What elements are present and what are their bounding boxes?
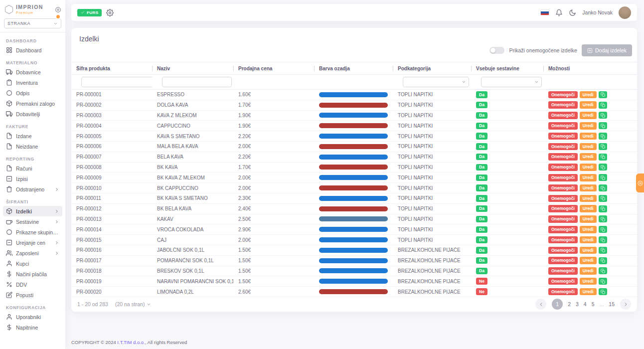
menu-collapse-toggle-icon[interactable] bbox=[55, 6, 61, 13]
disable-button[interactable]: Onemogoči bbox=[548, 278, 578, 285]
page-button-3[interactable]: 3 bbox=[576, 301, 579, 307]
duplicate-button[interactable] bbox=[599, 195, 607, 202]
edit-button[interactable]: Uredi bbox=[580, 278, 597, 285]
edit-button[interactable]: Uredi bbox=[580, 257, 597, 264]
sidebar-item-odpis[interactable]: Odpis bbox=[3, 88, 62, 98]
disable-button[interactable]: Onemogoči bbox=[548, 236, 578, 244]
duplicate-button[interactable] bbox=[599, 112, 607, 119]
duplicate-button[interactable] bbox=[599, 154, 607, 161]
filter-code-input[interactable] bbox=[81, 77, 152, 87]
disable-button[interactable]: Onemogoči bbox=[548, 257, 578, 264]
disable-button[interactable]: Onemogoči bbox=[548, 153, 578, 161]
edit-button[interactable]: Uredi bbox=[580, 133, 597, 140]
duplicate-button[interactable] bbox=[599, 226, 607, 233]
duplicate-button[interactable] bbox=[599, 257, 607, 264]
disable-button[interactable]: Onemogoči bbox=[548, 247, 578, 254]
disable-button[interactable]: Onemogoči bbox=[548, 205, 578, 212]
edit-button[interactable]: Uredi bbox=[580, 101, 597, 109]
sidebar-item-ddv[interactable]: DDV bbox=[3, 279, 62, 290]
prev-page-button[interactable] bbox=[535, 299, 546, 310]
user-name[interactable]: Janko Novak bbox=[582, 9, 613, 15]
sidebar-item-sestavine[interactable]: Sestavine bbox=[3, 216, 62, 227]
edit-button[interactable]: Uredi bbox=[580, 184, 597, 192]
disable-button[interactable]: Onemogoči bbox=[548, 122, 578, 130]
edit-button[interactable]: Uredi bbox=[580, 112, 597, 119]
notifications-bell-icon[interactable] bbox=[555, 9, 563, 16]
disable-button[interactable]: Onemogoči bbox=[548, 267, 578, 275]
sidebar-item-izpisi[interactable]: Izpisi bbox=[3, 174, 62, 184]
disable-button[interactable]: Onemogoči bbox=[548, 174, 578, 181]
duplicate-button[interactable] bbox=[599, 133, 607, 140]
sidebar-item-izdane[interactable]: Izdane bbox=[3, 131, 62, 141]
duplicate-button[interactable] bbox=[599, 143, 607, 150]
column-header-ifra-produkta[interactable]: Šifra produkta bbox=[71, 66, 152, 71]
dark-mode-moon-icon[interactable] bbox=[569, 9, 576, 16]
show-disabled-toggle[interactable] bbox=[489, 47, 504, 54]
disable-button[interactable]: Onemogoči bbox=[548, 288, 578, 296]
edit-button[interactable]: Uredi bbox=[580, 91, 597, 99]
filter-subcategory-select[interactable] bbox=[403, 77, 469, 87]
sidebar-item-dobavnice[interactable]: Dobavnice bbox=[3, 67, 62, 77]
sidebar-item-odstranjeno[interactable]: Odstranjeno bbox=[3, 184, 62, 194]
duplicate-button[interactable] bbox=[599, 122, 607, 129]
sidebar-item-dobavitelji[interactable]: Dobavitelji bbox=[3, 109, 62, 119]
sidebar-item-urejanje-cen[interactable]: Urejanje cen bbox=[3, 237, 62, 248]
sidebar-item-kupci[interactable]: Kupci bbox=[3, 258, 62, 269]
add-product-button[interactable]: Dodaj izdelek bbox=[582, 44, 632, 56]
sidebar-item-neizdane[interactable]: Neizdane bbox=[3, 141, 62, 152]
disable-button[interactable]: Onemogoči bbox=[548, 215, 578, 223]
sidebar-item-inventura[interactable]: Inventura bbox=[3, 77, 62, 88]
disable-button[interactable]: Onemogoči bbox=[548, 112, 578, 119]
sidebar-item-popusti[interactable]: Popusti bbox=[3, 290, 62, 300]
page-button-15[interactable]: 15 bbox=[609, 301, 615, 307]
duplicate-button[interactable] bbox=[599, 174, 607, 181]
column-header-naziv[interactable]: Naziv bbox=[152, 66, 233, 71]
edit-button[interactable]: Uredi bbox=[580, 205, 597, 212]
disable-button[interactable]: Onemogoči bbox=[548, 101, 578, 109]
edit-button[interactable]: Uredi bbox=[580, 288, 597, 296]
disable-button[interactable]: Onemogoči bbox=[548, 226, 578, 233]
filter-name-input[interactable] bbox=[162, 77, 232, 87]
duplicate-button[interactable] bbox=[599, 278, 607, 285]
sidebar-item-premakni-zalogo[interactable]: Premakni zalogo bbox=[3, 98, 62, 109]
edit-button[interactable]: Uredi bbox=[580, 122, 597, 130]
edit-button[interactable]: Uredi bbox=[580, 267, 597, 275]
duplicate-button[interactable] bbox=[599, 205, 607, 212]
duplicate-button[interactable] bbox=[599, 184, 607, 191]
sidebar-item-uporabniki[interactable]: Uporabniki bbox=[3, 312, 62, 322]
disable-button[interactable]: Onemogoči bbox=[548, 184, 578, 192]
page-button-2[interactable]: 2 bbox=[568, 301, 571, 307]
column-header-mo-nosti[interactable]: Možnosti bbox=[543, 66, 637, 71]
disable-button[interactable]: Onemogoči bbox=[548, 133, 578, 140]
sidebar-item-napitnine[interactable]: Napitnine bbox=[3, 322, 62, 333]
column-header-barva-ozadja[interactable]: Barva ozadja bbox=[314, 66, 393, 71]
edit-button[interactable]: Uredi bbox=[580, 174, 597, 181]
duplicate-button[interactable] bbox=[599, 215, 607, 222]
client-select[interactable]: STRANKA bbox=[4, 18, 61, 28]
page-button-4[interactable]: 4 bbox=[584, 301, 587, 307]
duplicate-button[interactable] bbox=[599, 247, 607, 254]
duplicate-button[interactable] bbox=[599, 102, 607, 109]
column-header-podkategorija[interactable]: Podkategorija bbox=[393, 66, 471, 71]
language-flag-icon[interactable] bbox=[540, 9, 549, 15]
furs-badge[interactable]: FURS bbox=[77, 9, 102, 16]
avatar[interactable] bbox=[619, 6, 631, 19]
settings-gear-icon[interactable] bbox=[106, 9, 114, 16]
column-header-prodajna-cena[interactable]: Prodajna cena bbox=[233, 66, 314, 71]
edit-button[interactable]: Uredi bbox=[580, 236, 597, 244]
disable-button[interactable]: Onemogoči bbox=[548, 164, 578, 171]
edit-button[interactable]: Uredi bbox=[580, 164, 597, 171]
sidebar-item-zaposleni[interactable]: Zaposleni bbox=[3, 248, 62, 258]
page-button-1[interactable]: 1 bbox=[552, 299, 563, 310]
sidebar-item-prikazne-skupine-iz[interactable]: Prikazne skupine iz... bbox=[3, 227, 62, 237]
page-button-5[interactable]: 5 bbox=[592, 301, 595, 307]
edit-button[interactable]: Uredi bbox=[580, 153, 597, 161]
sidebar-item-na-ini-pla-ila[interactable]: Načini plačila bbox=[3, 269, 62, 279]
edit-button[interactable]: Uredi bbox=[580, 215, 597, 223]
disable-button[interactable]: Onemogoči bbox=[548, 195, 578, 202]
filter-ingredients-select[interactable] bbox=[481, 77, 542, 87]
edit-button[interactable]: Uredi bbox=[580, 143, 597, 151]
column-header-vsebuje-sestavine[interactable]: Vsebuje sestavine bbox=[471, 66, 543, 71]
sidebar-item-ra-uni[interactable]: Računi bbox=[3, 163, 62, 174]
disable-button[interactable]: Onemogoči bbox=[548, 91, 578, 99]
